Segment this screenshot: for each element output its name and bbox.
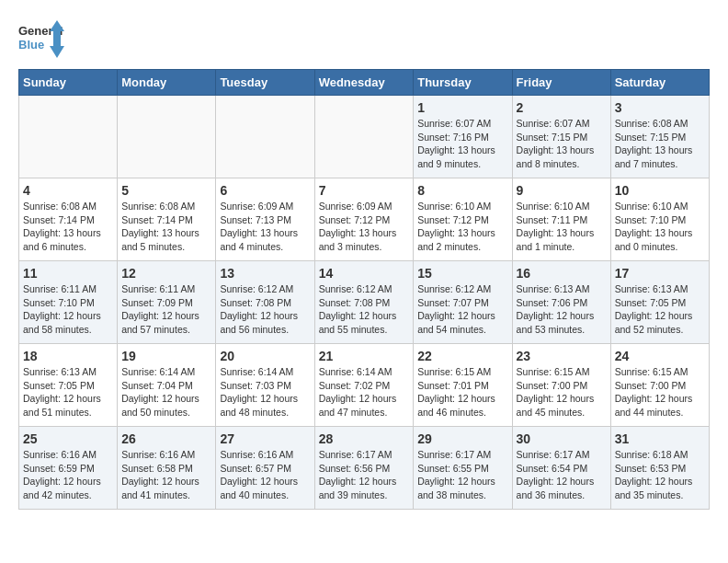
calendar-cell <box>19 96 118 178</box>
day-number: 4 <box>23 183 113 198</box>
week-row-2: 4Sunrise: 6:08 AM Sunset: 7:14 PM Daylig… <box>19 178 710 261</box>
col-header-friday: Friday <box>512 70 610 96</box>
day-info: Sunrise: 6:17 AM Sunset: 6:54 PM Dayligh… <box>517 448 607 502</box>
calendar-cell: 23Sunrise: 6:15 AM Sunset: 7:00 PM Dayli… <box>512 344 610 427</box>
day-number: 9 <box>517 183 607 198</box>
day-number: 19 <box>121 349 211 363</box>
calendar-cell: 6Sunrise: 6:09 AM Sunset: 7:13 PM Daylig… <box>216 178 314 261</box>
day-number: 8 <box>417 183 507 198</box>
calendar-cell: 27Sunrise: 6:16 AM Sunset: 6:57 PM Dayli… <box>216 427 314 510</box>
day-number: 16 <box>517 266 607 281</box>
calendar-cell <box>118 96 216 178</box>
calendar-cell: 31Sunrise: 6:18 AM Sunset: 6:53 PM Dayli… <box>610 427 709 510</box>
logo: General Blue <box>18 18 64 60</box>
calendar-cell: 7Sunrise: 6:09 AM Sunset: 7:12 PM Daylig… <box>314 178 414 261</box>
col-header-sunday: Sunday <box>19 70 118 96</box>
calendar-cell: 3Sunrise: 6:08 AM Sunset: 7:15 PM Daylig… <box>610 96 709 178</box>
calendar-cell <box>314 96 414 178</box>
calendar-cell: 12Sunrise: 6:11 AM Sunset: 7:09 PM Dayli… <box>118 261 216 344</box>
day-info: Sunrise: 6:15 AM Sunset: 7:01 PM Dayligh… <box>417 365 507 419</box>
calendar-cell: 24Sunrise: 6:15 AM Sunset: 7:00 PM Dayli… <box>610 344 709 427</box>
day-number: 24 <box>615 349 705 363</box>
day-number: 17 <box>615 266 705 281</box>
day-number: 15 <box>417 266 507 281</box>
calendar-cell: 10Sunrise: 6:10 AM Sunset: 7:10 PM Dayli… <box>610 178 709 261</box>
day-info: Sunrise: 6:12 AM Sunset: 7:08 PM Dayligh… <box>220 282 310 337</box>
day-number: 20 <box>220 349 310 363</box>
logo-svg: General Blue <box>18 18 64 60</box>
day-number: 30 <box>517 431 607 446</box>
day-info: Sunrise: 6:10 AM Sunset: 7:10 PM Dayligh… <box>615 200 705 254</box>
calendar-cell: 30Sunrise: 6:17 AM Sunset: 6:54 PM Dayli… <box>512 427 610 510</box>
day-info: Sunrise: 6:14 AM Sunset: 7:02 PM Dayligh… <box>319 365 410 419</box>
calendar-cell: 29Sunrise: 6:17 AM Sunset: 6:55 PM Dayli… <box>414 427 512 510</box>
calendar-cell: 8Sunrise: 6:10 AM Sunset: 7:12 PM Daylig… <box>414 178 512 261</box>
day-info: Sunrise: 6:10 AM Sunset: 7:12 PM Dayligh… <box>417 200 507 254</box>
day-number: 3 <box>615 100 705 115</box>
calendar-cell: 4Sunrise: 6:08 AM Sunset: 7:14 PM Daylig… <box>19 178 118 261</box>
calendar-cell: 5Sunrise: 6:08 AM Sunset: 7:14 PM Daylig… <box>118 178 216 261</box>
day-info: Sunrise: 6:11 AM Sunset: 7:10 PM Dayligh… <box>23 282 113 337</box>
day-number: 28 <box>319 431 410 446</box>
calendar-cell: 14Sunrise: 6:12 AM Sunset: 7:08 PM Dayli… <box>314 261 414 344</box>
col-header-saturday: Saturday <box>610 70 709 96</box>
day-number: 12 <box>121 266 211 281</box>
calendar-cell: 13Sunrise: 6:12 AM Sunset: 7:08 PM Dayli… <box>216 261 314 344</box>
day-info: Sunrise: 6:09 AM Sunset: 7:12 PM Dayligh… <box>319 200 410 254</box>
day-info: Sunrise: 6:14 AM Sunset: 7:03 PM Dayligh… <box>220 365 310 419</box>
day-info: Sunrise: 6:08 AM Sunset: 7:14 PM Dayligh… <box>23 200 113 254</box>
day-info: Sunrise: 6:08 AM Sunset: 7:14 PM Dayligh… <box>121 200 211 254</box>
day-info: Sunrise: 6:10 AM Sunset: 7:11 PM Dayligh… <box>517 200 607 254</box>
col-header-thursday: Thursday <box>414 70 512 96</box>
day-number: 14 <box>319 266 410 281</box>
calendar-cell: 20Sunrise: 6:14 AM Sunset: 7:03 PM Dayli… <box>216 344 314 427</box>
day-info: Sunrise: 6:14 AM Sunset: 7:04 PM Dayligh… <box>121 365 211 419</box>
day-info: Sunrise: 6:18 AM Sunset: 6:53 PM Dayligh… <box>615 448 705 502</box>
day-number: 21 <box>319 349 410 363</box>
day-info: Sunrise: 6:07 AM Sunset: 7:15 PM Dayligh… <box>517 117 607 171</box>
calendar-cell: 25Sunrise: 6:16 AM Sunset: 6:59 PM Dayli… <box>19 427 118 510</box>
calendar-cell: 16Sunrise: 6:13 AM Sunset: 7:06 PM Dayli… <box>512 261 610 344</box>
day-number: 18 <box>23 349 113 363</box>
day-info: Sunrise: 6:13 AM Sunset: 7:06 PM Dayligh… <box>517 282 607 337</box>
col-header-tuesday: Tuesday <box>216 70 314 96</box>
week-row-3: 11Sunrise: 6:11 AM Sunset: 7:10 PM Dayli… <box>19 261 710 344</box>
day-number: 2 <box>517 100 607 115</box>
calendar-cell <box>216 96 314 178</box>
day-number: 11 <box>23 266 113 281</box>
day-number: 23 <box>517 349 607 363</box>
day-info: Sunrise: 6:08 AM Sunset: 7:15 PM Dayligh… <box>615 117 705 171</box>
calendar-cell: 9Sunrise: 6:10 AM Sunset: 7:11 PM Daylig… <box>512 178 610 261</box>
calendar-cell: 15Sunrise: 6:12 AM Sunset: 7:07 PM Dayli… <box>414 261 512 344</box>
day-number: 13 <box>220 266 310 281</box>
day-info: Sunrise: 6:17 AM Sunset: 6:56 PM Dayligh… <box>319 448 410 502</box>
calendar-cell: 17Sunrise: 6:13 AM Sunset: 7:05 PM Dayli… <box>610 261 709 344</box>
calendar-header-row: SundayMondayTuesdayWednesdayThursdayFrid… <box>19 70 710 96</box>
day-number: 6 <box>220 183 310 198</box>
day-number: 27 <box>220 431 310 446</box>
day-info: Sunrise: 6:11 AM Sunset: 7:09 PM Dayligh… <box>121 282 211 337</box>
calendar-cell: 2Sunrise: 6:07 AM Sunset: 7:15 PM Daylig… <box>512 96 610 178</box>
day-info: Sunrise: 6:16 AM Sunset: 6:57 PM Dayligh… <box>220 448 310 502</box>
svg-text:Blue: Blue <box>18 38 44 52</box>
day-number: 22 <box>417 349 507 363</box>
day-number: 5 <box>121 183 211 198</box>
day-number: 7 <box>319 183 410 198</box>
week-row-1: 1Sunrise: 6:07 AM Sunset: 7:16 PM Daylig… <box>19 96 710 178</box>
week-row-5: 25Sunrise: 6:16 AM Sunset: 6:59 PM Dayli… <box>19 427 710 510</box>
day-info: Sunrise: 6:13 AM Sunset: 7:05 PM Dayligh… <box>615 282 705 337</box>
day-info: Sunrise: 6:17 AM Sunset: 6:55 PM Dayligh… <box>417 448 507 502</box>
day-info: Sunrise: 6:09 AM Sunset: 7:13 PM Dayligh… <box>220 200 310 254</box>
day-info: Sunrise: 6:12 AM Sunset: 7:07 PM Dayligh… <box>417 282 507 337</box>
day-number: 1 <box>417 100 507 115</box>
day-info: Sunrise: 6:16 AM Sunset: 6:59 PM Dayligh… <box>23 448 113 502</box>
calendar-cell: 19Sunrise: 6:14 AM Sunset: 7:04 PM Dayli… <box>118 344 216 427</box>
calendar-cell: 1Sunrise: 6:07 AM Sunset: 7:16 PM Daylig… <box>414 96 512 178</box>
header: General Blue <box>18 18 710 60</box>
calendar-table: SundayMondayTuesdayWednesdayThursdayFrid… <box>18 69 710 510</box>
day-info: Sunrise: 6:16 AM Sunset: 6:58 PM Dayligh… <box>121 448 211 502</box>
calendar-cell: 18Sunrise: 6:13 AM Sunset: 7:05 PM Dayli… <box>19 344 118 427</box>
calendar-cell: 21Sunrise: 6:14 AM Sunset: 7:02 PM Dayli… <box>314 344 414 427</box>
day-info: Sunrise: 6:15 AM Sunset: 7:00 PM Dayligh… <box>517 365 607 419</box>
week-row-4: 18Sunrise: 6:13 AM Sunset: 7:05 PM Dayli… <box>19 344 710 427</box>
